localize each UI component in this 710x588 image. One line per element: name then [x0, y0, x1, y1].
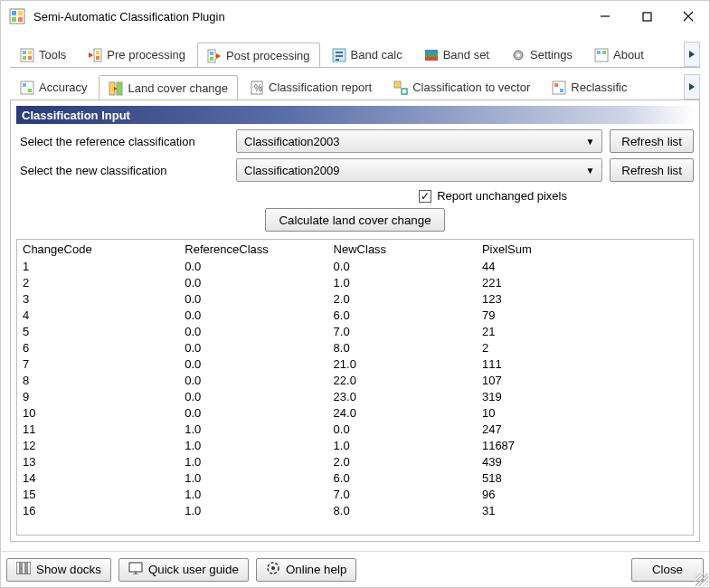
svg-rect-10	[23, 51, 26, 54]
cell: 1	[17, 258, 179, 274]
cell: 1.0	[179, 502, 327, 518]
button-label: Refresh list	[621, 164, 682, 177]
subtabbar-scroll-right[interactable]	[684, 74, 700, 100]
gear-icon	[511, 48, 525, 62]
svg-point-30	[516, 53, 520, 57]
svg-rect-46	[560, 89, 563, 92]
combo-reference-classification[interactable]: Classification2003 ▼	[236, 129, 602, 153]
cell: 1.0	[179, 486, 327, 502]
table-row[interactable]: 30.02.0123	[17, 290, 693, 307]
table-row[interactable]: 50.07.021	[17, 323, 693, 339]
subtab-label: Land cover change	[128, 81, 228, 95]
cell: 0.0	[179, 356, 327, 372]
table-row[interactable]: 60.08.02	[17, 339, 693, 356]
tab-label: Band calc	[351, 48, 402, 62]
svg-rect-43	[394, 81, 401, 88]
table-row[interactable]: 141.06.0518	[17, 469, 693, 486]
window-title: Semi-Automatic Classification Plugin	[33, 10, 584, 24]
cell: 221	[477, 274, 693, 290]
table-row[interactable]: 111.00.0247	[17, 421, 693, 437]
panel-land-cover-change: Classification Input Select the referenc…	[10, 100, 700, 542]
table-row[interactable]: 121.01.011687	[17, 437, 693, 453]
tab-band-calc[interactable]: Band calc	[322, 42, 412, 67]
online-help-button[interactable]: Online help	[256, 558, 356, 582]
tovector-icon	[393, 81, 408, 95]
tab-band-set[interactable]: Band set	[414, 42, 499, 67]
cell: 5	[17, 323, 179, 339]
resize-grip[interactable]	[696, 574, 708, 586]
table-row[interactable]: 151.07.096	[17, 486, 693, 502]
svg-rect-26	[425, 57, 438, 61]
lcc-icon	[109, 81, 123, 96]
cell: 6.0	[328, 307, 477, 323]
post-icon	[207, 49, 222, 63]
app-icon	[8, 7, 26, 25]
svg-rect-36	[23, 83, 26, 87]
cell: 0.0	[328, 258, 477, 274]
calculate-button[interactable]: Calculate land cover change	[265, 208, 444, 232]
help-icon	[266, 561, 280, 578]
table-row[interactable]: 70.021.0111	[17, 356, 693, 372]
subtab-accuracy[interactable]: Accuracy	[10, 74, 97, 100]
row-calculate: Calculate land cover change	[16, 208, 694, 232]
cell: 247	[477, 421, 693, 437]
svg-rect-33	[602, 51, 606, 54]
tab-pre-processing[interactable]: Pre processing	[78, 42, 195, 67]
cell: 8.0	[328, 339, 477, 356]
table-row[interactable]: 10.00.044	[17, 258, 693, 274]
subtab-classification-report[interactable]: % Classification report	[240, 74, 382, 100]
table-row[interactable]: 131.02.0439	[17, 453, 693, 469]
button-label: Refresh list	[621, 135, 682, 148]
quick-user-guide-button[interactable]: Quick user guide	[118, 558, 249, 582]
tabbar-scroll-right[interactable]	[684, 42, 700, 67]
svg-rect-32	[597, 51, 601, 54]
tab-tools[interactable]: Tools	[10, 42, 76, 67]
about-icon	[594, 48, 609, 62]
close-window-button[interactable]	[667, 3, 709, 30]
svg-rect-13	[28, 56, 32, 60]
svg-rect-2	[18, 11, 23, 15]
subtab-label: Accuracy	[39, 81, 87, 94]
th-newclass: NewClass	[328, 240, 477, 258]
svg-rect-3	[12, 17, 16, 22]
subtab-label: Classification to vector	[412, 81, 530, 94]
subtab-reclassification[interactable]: Reclassific	[542, 74, 637, 100]
footer-bar: Show docks Quick user guide Online help …	[1, 551, 709, 587]
checkbox-report-unchanged[interactable]: ✓	[419, 190, 431, 203]
svg-rect-28	[425, 50, 438, 53]
results-table-scroll[interactable]: ChangeCode ReferenceClass NewClass Pixel…	[17, 240, 693, 535]
tab-post-processing[interactable]: Post processing	[197, 43, 320, 68]
show-docks-button[interactable]: Show docks	[6, 558, 111, 582]
table-row[interactable]: 40.06.079	[17, 307, 693, 323]
tab-settings[interactable]: Settings	[501, 42, 582, 67]
combo-new-classification[interactable]: Classification2009 ▼	[236, 158, 602, 182]
minimize-button[interactable]	[584, 3, 626, 30]
title-bar: Semi-Automatic Classification Plugin	[1, 1, 709, 32]
refresh-new-button[interactable]: Refresh list	[610, 158, 694, 182]
subtab-classification-to-vector[interactable]: Classification to vector	[383, 74, 540, 100]
tab-label: Settings	[530, 48, 573, 62]
cell: 1.0	[179, 469, 327, 486]
cell: 79	[477, 307, 693, 323]
svg-rect-48	[16, 562, 20, 574]
maximize-button[interactable]	[626, 3, 667, 30]
cell: 23.0	[328, 388, 477, 404]
cell: 7.0	[328, 486, 477, 502]
svg-point-55	[271, 566, 275, 570]
svg-text:%: %	[254, 83, 262, 93]
table-row[interactable]: 90.023.0319	[17, 388, 693, 404]
subtab-land-cover-change[interactable]: Land cover change	[99, 75, 238, 100]
refresh-reference-button[interactable]: Refresh list	[610, 129, 694, 153]
table-row[interactable]: 80.022.0107	[17, 372, 693, 388]
bandcalc-icon	[332, 48, 346, 62]
accuracy-icon	[20, 81, 34, 95]
table-row[interactable]: 161.08.031	[17, 502, 693, 518]
cell: 0.0	[179, 274, 327, 290]
table-row[interactable]: 100.024.010	[17, 404, 693, 421]
pre-icon	[88, 48, 102, 62]
cell: 10	[17, 404, 179, 421]
close-button[interactable]: Close	[631, 558, 704, 582]
svg-rect-51	[129, 563, 142, 572]
tab-about[interactable]: About	[584, 42, 654, 67]
table-row[interactable]: 20.01.0221	[17, 274, 693, 290]
